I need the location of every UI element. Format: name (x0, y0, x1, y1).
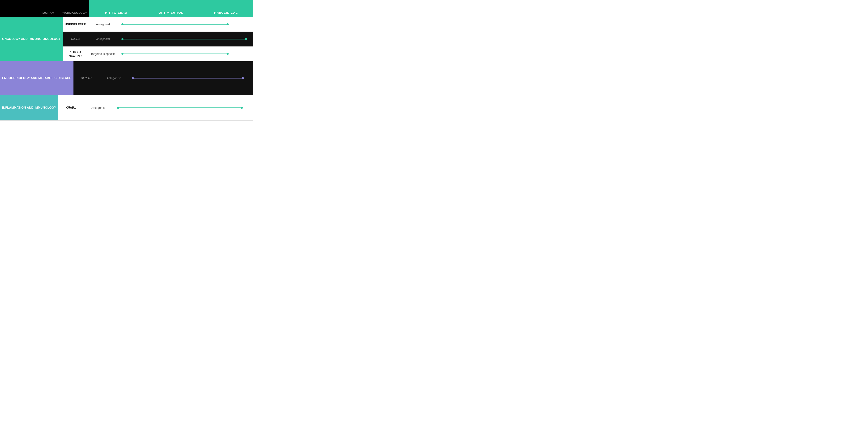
inflammation-rows: C5AR1 Antagonist (58, 95, 253, 120)
bar-line (122, 24, 227, 25)
bar-track (120, 38, 251, 40)
program-bar-undisclosed (118, 24, 253, 25)
endocrinology-rows: GLP-1R Antagonist (73, 61, 253, 95)
stage-optimization: OPTIMIZATION (144, 11, 198, 14)
bar-line (118, 107, 242, 108)
program-bar-c5ar1 (113, 107, 253, 108)
bar-line (122, 54, 227, 54)
bar-track (120, 24, 251, 25)
header-program-label: PROGRAM (34, 0, 59, 17)
program-name-undisclosed: UNDISCLOSED (63, 20, 88, 28)
bar-line (122, 39, 246, 39)
program-pharm-c5ar1: Antagonist (84, 104, 113, 112)
program-row-undisclosed: UNDISCLOSED Antagonist (63, 17, 253, 32)
program-pharm-glp1r: Antagonist (99, 74, 128, 82)
bar-track (130, 78, 251, 79)
category-oncology: ONCOLOGY and IMMUNO-ONCOLOGY (0, 17, 63, 61)
bar-track (120, 53, 251, 55)
stage-preclinical: PRECLINICAL (198, 11, 253, 14)
endocrinology-section: ENDOCRINOLOGY and METABOLIC DISEASE GLP-… (0, 61, 253, 95)
bar-dot-start (132, 77, 134, 79)
bar-dot-start (121, 23, 124, 25)
program-name-dkie1: DKIE1 (63, 35, 88, 43)
category-inflammation: INFLAMMATION and IMMUNOLOGY (0, 95, 58, 120)
bar-dot-start (121, 38, 124, 40)
header-stages: HIT-TO-LEAD OPTIMIZATION PRECLINICAL (89, 0, 253, 17)
program-bar-41bb-nectin4 (118, 53, 253, 55)
bar-track (115, 107, 251, 108)
program-row-41bb-nectin4: 4-1BB x NECTIN-4 Targeted Bispecific (63, 47, 253, 61)
program-name-41bb-nectin4: 4-1BB x NECTIN-4 (63, 48, 88, 60)
bar-line (133, 78, 243, 79)
header-spacer (0, 0, 34, 17)
pipeline-header: PROGRAM PHARMACOLOGY HIT-TO-LEAD OPTIMIZ… (0, 0, 253, 17)
program-name-glp1r: GLP-1R (73, 74, 99, 82)
bottom-border (0, 120, 253, 121)
stage-hit-to-lead: HIT-TO-LEAD (89, 11, 144, 14)
inflammation-section: INFLAMMATION and IMMUNOLOGY C5AR1 Antago… (0, 95, 253, 120)
bar-dot-end (226, 53, 229, 55)
program-name-c5ar1: C5AR1 (58, 103, 84, 112)
bar-dot-end (242, 77, 244, 79)
bar-dot-end (245, 38, 247, 40)
category-endocrinology: ENDOCRINOLOGY and METABOLIC DISEASE (0, 61, 73, 95)
header-pharmacology-label: PHARMACOLOGY (59, 0, 89, 17)
program-row-glp1r: GLP-1R Antagonist (73, 61, 253, 95)
program-bar-glp1r (128, 78, 253, 79)
program-pharm-undisclosed: Antagonist (88, 21, 118, 28)
program-row-dkie1: DKIE1 Antagonist (63, 32, 253, 47)
program-pharm-dkie1: Antagonist (88, 35, 118, 43)
oncology-section: ONCOLOGY and IMMUNO-ONCOLOGY UNDISCLOSED… (0, 17, 253, 61)
oncology-rows: UNDISCLOSED Antagonist DKIE1 Antagonist (63, 17, 253, 61)
bar-dot-end (241, 107, 243, 109)
bar-dot-start (121, 53, 124, 55)
bar-dot-start (117, 107, 119, 109)
program-row-c5ar1: C5AR1 Antagonist (58, 95, 253, 120)
bar-dot-end (226, 23, 229, 25)
program-pharm-41bb-nectin4: Targeted Bispecific (88, 50, 118, 58)
program-bar-dkie1 (118, 38, 253, 40)
